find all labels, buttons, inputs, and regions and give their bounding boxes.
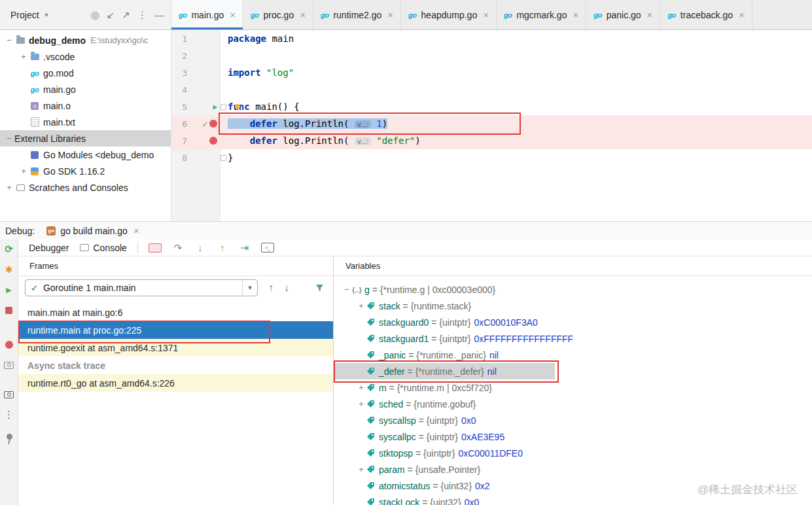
breakpoint-icon[interactable] (209, 120, 217, 128)
variable-row-stktopsp[interactable]: stktopsp = {uintptr}0xC00011DFE0 (334, 445, 812, 461)
expand-icon[interactable]: + (356, 464, 366, 474)
tree-item-main-go[interactable]: gomain.go (0, 81, 171, 97)
gutter[interactable]: 3 (171, 64, 220, 81)
close-icon[interactable]: × (739, 9, 745, 20)
expand-icon[interactable]: + (4, 183, 14, 192)
debug-session-tab[interactable]: go go build main.go × (43, 222, 143, 239)
gutter[interactable]: 4 (171, 81, 220, 98)
breakpoint-icon[interactable] (209, 137, 217, 145)
close-icon[interactable]: × (483, 9, 489, 20)
expand-icon[interactable]: + (18, 166, 29, 176)
variable-row-g[interactable]: −{..}g = {*runtime.g | 0xc00003e000} (334, 281, 812, 298)
resume-icon[interactable]: ▶ (3, 284, 15, 296)
tab-traceback.go[interactable]: gotraceback.go× (660, 0, 752, 29)
tab-mgcmark.go[interactable]: gomgcmark.go× (497, 0, 586, 29)
previous-frame-icon[interactable]: ↑ (268, 282, 274, 294)
stop-icon[interactable] (3, 304, 15, 316)
code-line-7[interactable]: 7 defer log.Println( v...: "defer") (171, 132, 812, 149)
chevron-down-icon[interactable]: ▼ (44, 12, 50, 18)
run-main-icon[interactable]: ▶ (213, 103, 217, 111)
code-line-3[interactable]: 3import "log" (171, 64, 812, 81)
next-frame-icon[interactable]: ↓ (284, 282, 289, 294)
goroutine-dropdown[interactable]: ✓ Goroutine 1 main.main ▼ (25, 279, 258, 296)
settings-icon[interactable]: ✱ (3, 264, 15, 275)
code-line-1[interactable]: 1package main (171, 30, 812, 47)
variable-row-sched[interactable]: +sched = {runtime.gobuf} (334, 396, 812, 412)
screenshot-icon[interactable] (3, 359, 15, 371)
code-line-2[interactable]: 2 (171, 47, 812, 64)
editor[interactable]: 1package main23import "log"45▶func main(… (171, 30, 812, 221)
variable-row-param[interactable]: +param = {unsafe.Pointer} (334, 461, 812, 478)
frame-row[interactable]: runtime.main at proc.go:225 (18, 321, 333, 339)
tree-item--vscode[interactable]: +.vscode (0, 48, 171, 65)
tree-item-external-libraries[interactable]: −External Libraries (0, 130, 171, 147)
code-line-6[interactable]: 6✓ defer log.Println( v...: 1) (171, 115, 812, 132)
expand-icon[interactable]: + (356, 383, 366, 392)
code-line-4[interactable]: 4 (171, 81, 812, 98)
expand-icon[interactable]: + (18, 52, 29, 61)
tree-item-debug-demo[interactable]: −debug_demoE:\studyxx\go\c (0, 32, 171, 48)
process-console-icon[interactable] (149, 243, 162, 252)
pin-icon[interactable] (3, 433, 15, 445)
collapse-all-icon[interactable]: ↙ (107, 10, 115, 20)
close-icon[interactable]: × (573, 9, 578, 20)
gutter[interactable]: 6✓ (171, 115, 220, 132)
frame-row[interactable]: runtime.rt0_go at asm_amd64.s:226 (18, 374, 333, 392)
tab-main.go[interactable]: gomain.go× (171, 0, 243, 29)
tab-debugger[interactable]: Debugger (29, 243, 69, 253)
options-menu-icon[interactable]: ⋮ (137, 10, 147, 20)
hide-panel-icon[interactable]: — (154, 10, 164, 20)
variable-row-stackguard0[interactable]: stackguard0 = {uintptr}0xC00010F3A0 (334, 314, 812, 330)
rerun-icon[interactable]: ⟳ (3, 243, 15, 255)
close-icon[interactable]: × (230, 9, 236, 20)
run-to-cursor-icon[interactable]: ⇥ (239, 242, 251, 254)
variable-row-stack[interactable]: +stack = {runtime.stack} (334, 298, 812, 314)
command-line-icon[interactable]: >_ (261, 243, 274, 252)
frame-row[interactable]: main.main at main.go:6 (18, 304, 333, 321)
code-line-5[interactable]: 5▶func main() { (171, 98, 812, 115)
collapse-icon[interactable]: − (4, 35, 14, 45)
chevron-down-icon[interactable]: ▼ (242, 280, 257, 296)
tab-runtime2.go[interactable]: goruntime2.go× (313, 0, 401, 29)
expand-all-icon[interactable]: ↗ (122, 10, 130, 20)
tree-item-main-o[interactable]: omain.o (0, 97, 171, 114)
tab-heapdump.go[interactable]: goheapdump.go× (401, 0, 497, 29)
step-out-icon[interactable]: ↑ (217, 242, 228, 253)
tree-item-go-mod[interactable]: gogo.mod (0, 65, 171, 81)
code-line-8[interactable]: 8} (171, 149, 812, 166)
gutter[interactable]: 1 (171, 30, 220, 47)
close-icon[interactable]: × (133, 225, 139, 236)
close-icon[interactable]: × (300, 9, 306, 20)
locate-file-icon[interactable]: ◎ (91, 10, 99, 20)
gutter[interactable]: 5▶ (171, 98, 220, 115)
gutter[interactable]: 8 (171, 149, 220, 166)
close-icon[interactable]: × (387, 9, 393, 20)
fold-icon[interactable] (221, 104, 226, 110)
more-icon[interactable]: ⋮ (3, 409, 15, 421)
collapse-icon[interactable]: − (342, 285, 352, 294)
fold-icon[interactable] (221, 155, 226, 161)
variable-row-syscallpc[interactable]: syscallpc = {uintptr}0xAE3E95 (334, 428, 812, 445)
frame-row[interactable]: runtime.goexit at asm_amd64.s:1371 (18, 339, 333, 357)
tree-item-main-txt[interactable]: main.txt (0, 114, 171, 130)
thread-filter-icon[interactable] (315, 284, 324, 292)
memory-view-icon[interactable] (3, 389, 15, 400)
step-into-icon[interactable]: ↓ (194, 242, 206, 253)
variable-row-m[interactable]: +m = {*runtime.m | 0xc5f720} (334, 379, 812, 396)
collapse-icon[interactable]: − (4, 133, 14, 143)
variable-row-stackguard1[interactable]: stackguard1 = {uintptr}0xFFFFFFFFFFFFFFF… (334, 330, 812, 347)
variable-row-_panic[interactable]: _panic = {*runtime._panic}nil (334, 347, 812, 363)
tree-item-go-sdk-1-16-2[interactable]: +Go SDK 1.16.2 (0, 163, 171, 179)
tree-item-go-modules-debug-demo[interactable]: Go Modules <debug_demo (0, 147, 171, 163)
gutter[interactable]: 7 (171, 132, 220, 149)
tab-console[interactable]: Console (80, 243, 127, 253)
tab-panic.go[interactable]: gopanic.go× (586, 0, 660, 29)
variable-row-syscallsp[interactable]: syscallsp = {uintptr}0x0 (334, 412, 812, 428)
expand-icon[interactable]: + (356, 399, 366, 409)
tree-item-scratches-and-consoles[interactable]: +Scratches and Consoles (0, 179, 171, 196)
step-over-icon[interactable]: ↷ (172, 242, 184, 254)
gutter[interactable]: 2 (171, 47, 220, 64)
tab-proc.go[interactable]: goproc.go× (243, 0, 313, 29)
view-breakpoints-icon[interactable] (3, 339, 15, 351)
close-icon[interactable]: × (647, 9, 653, 20)
